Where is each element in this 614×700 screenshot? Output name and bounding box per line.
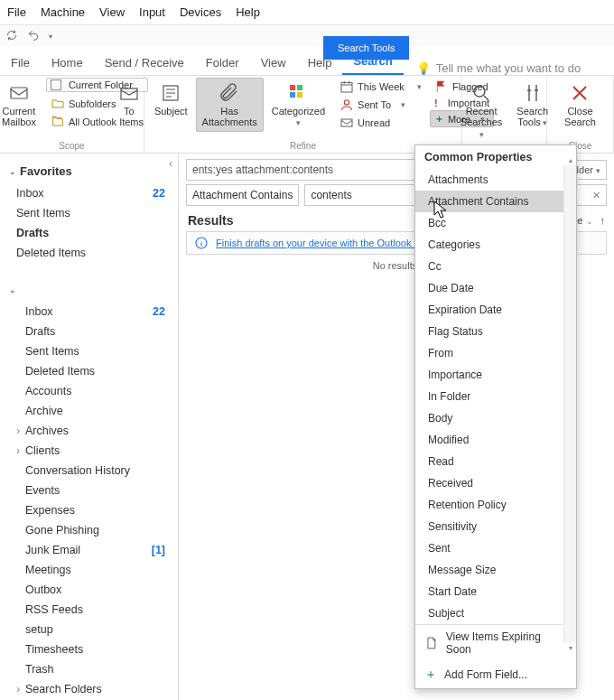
popup-property-item[interactable]: Attachment Contains (415, 191, 576, 212)
popup-property-item[interactable]: Due Date (415, 277, 576, 299)
popup-property-item[interactable]: Categories (415, 234, 576, 256)
unread-icon (340, 116, 354, 130)
nav-folder-item[interactable]: Deleted Items (0, 361, 178, 381)
account-header[interactable]: ⌄ (0, 277, 178, 302)
popup-property-item[interactable]: Subject (415, 602, 576, 624)
popup-property-item[interactable]: Received (415, 472, 576, 494)
nav-favorite-item[interactable]: Sent Items (0, 203, 178, 223)
clear-filter-icon[interactable]: ✕ (592, 190, 600, 201)
chevron-down-icon: ⌄ (9, 167, 16, 176)
svg-rect-9 (341, 119, 352, 126)
nav-folder-item[interactable]: Junk Email[1] (0, 540, 178, 560)
popup-property-item[interactable]: Read (415, 451, 576, 472)
qat-dropdown-icon[interactable]: ▾ (49, 33, 52, 41)
quick-access-toolbar: ▾ (0, 25, 614, 47)
menu-help[interactable]: Help (236, 5, 260, 19)
nav-folder-item[interactable]: Timesheets (0, 639, 178, 659)
this-week-button[interactable]: This Week ▾ (335, 78, 426, 96)
results-title: Results (188, 213, 234, 228)
nav-folder-item[interactable]: Drafts (0, 322, 178, 341)
nav-folder-item[interactable]: Inbox22 (0, 302, 178, 322)
subject-button[interactable]: Subject (148, 78, 194, 121)
nav-favorite-item[interactable]: Deleted Items (0, 243, 178, 263)
menu-view[interactable]: View (99, 5, 125, 19)
popup-property-item[interactable]: From (415, 342, 576, 364)
recent-searches-button[interactable]: Recent Searches ▾ (454, 78, 508, 145)
popup-property-item[interactable]: Body (415, 407, 576, 429)
popup-property-item[interactable]: Attachments (415, 169, 576, 191)
tab-send-receive[interactable]: Send / Receive (94, 51, 195, 75)
nav-folder-item[interactable]: Outbox (0, 580, 178, 600)
ribbon-tabstrip: File Home Send / Receive Folder View Hel… (0, 47, 614, 76)
nav-folder-item[interactable]: Meetings (0, 560, 178, 580)
nav-folder-item[interactable]: Archive (0, 401, 178, 421)
popup-property-item[interactable]: Flag Status (415, 321, 576, 342)
menu-input[interactable]: Input (139, 5, 165, 19)
svg-rect-7 (341, 82, 352, 92)
group-label-refine: Refine (148, 141, 458, 153)
chevron-down-icon: ⌄ (9, 285, 16, 294)
popup-property-item[interactable]: Bcc (415, 212, 576, 234)
current-mailbox-button[interactable]: Current Mailbox (0, 78, 42, 132)
popup-property-item[interactable]: Sent (415, 537, 576, 559)
popup-scrollbar[interactable]: ▴ ▾ (563, 165, 576, 643)
menu-machine[interactable]: Machine (41, 5, 85, 19)
unread-button[interactable]: Unread (335, 114, 426, 132)
popup-property-item[interactable]: Sensitivity (415, 516, 576, 537)
tab-view[interactable]: View (250, 51, 297, 75)
nav-folder-item[interactable]: ›Clients (0, 441, 178, 461)
contextual-tab-search-tools: Search Tools (323, 36, 409, 60)
nav-folder-item[interactable]: Gone Phishing (0, 520, 178, 540)
nav-folder-item[interactable]: Trash (0, 659, 178, 679)
nav-folder-item[interactable]: Expenses (0, 500, 178, 520)
popup-property-item[interactable]: Modified (415, 429, 576, 451)
svg-rect-4 (297, 85, 302, 90)
nav-folder-item[interactable]: ›Archives (0, 421, 178, 441)
collapse-pane-icon[interactable]: ‹ (169, 157, 172, 170)
svg-rect-6 (297, 92, 302, 98)
envelope-to-icon (118, 82, 140, 104)
add-form-field-button[interactable]: ＋ Add Form Field... (415, 661, 576, 688)
undo-icon[interactable] (27, 29, 40, 44)
categorized-button[interactable]: Categorized▾ (265, 78, 331, 133)
plus-icon: ＋ (424, 667, 437, 683)
nav-favorite-item[interactable]: Drafts (0, 223, 178, 243)
view-items-expiring-button[interactable]: View Items Expiring Soon (415, 625, 576, 661)
person-icon (340, 98, 354, 112)
sent-to-button[interactable]: Sent To ▾ (335, 96, 426, 114)
sync-icon[interactable] (5, 29, 18, 44)
popup-property-item[interactable]: In Folder (415, 386, 576, 407)
popup-property-item[interactable]: Message Size (415, 559, 576, 581)
wrench-icon (522, 82, 544, 104)
calendar-icon (340, 79, 354, 94)
group-label-scope: Scope (4, 141, 140, 153)
nav-folder-item[interactable]: Events (0, 481, 178, 500)
nav-favorite-item[interactable]: Inbox22 (0, 183, 178, 203)
nav-folder-item[interactable]: RSS Feeds (0, 600, 178, 620)
sort-direction-button[interactable]: ↑ (600, 215, 606, 226)
tab-folder[interactable]: Folder (195, 51, 250, 75)
nav-folder-item[interactable]: Conversation History (0, 461, 178, 481)
nav-folder-item[interactable]: ›Search Folders (0, 679, 178, 699)
info-bar-link[interactable]: Finish drafts on your device with the Ou… (216, 238, 431, 248)
nav-folder-item[interactable]: Accounts (0, 381, 178, 401)
has-attachments-button[interactable]: Has Attachments (196, 78, 264, 132)
nav-folder-item[interactable]: setup (0, 620, 178, 639)
categories-icon (287, 82, 309, 104)
favorites-header[interactable]: ⌄ Favorites (0, 159, 178, 183)
flag-icon (434, 79, 449, 94)
popup-property-item[interactable]: Expiration Date (415, 299, 576, 321)
tell-me-box[interactable]: 💡 Tell me what you want to do (416, 61, 581, 75)
important-icon: ! (434, 98, 438, 108)
nav-folder-item[interactable]: Sent Items (0, 341, 178, 361)
tab-home[interactable]: Home (41, 51, 94, 75)
close-search-button[interactable]: Close Search (558, 78, 602, 132)
popup-property-item[interactable]: Start Date (415, 581, 576, 602)
menu-devices[interactable]: Devices (180, 5, 221, 19)
menu-file[interactable]: File (7, 5, 26, 19)
popup-property-item[interactable]: Cc (415, 256, 576, 277)
popup-property-item[interactable]: Retention Policy (415, 494, 576, 516)
tab-file[interactable]: File (0, 51, 41, 75)
to-button[interactable]: To (112, 78, 146, 121)
popup-property-item[interactable]: Importance (415, 364, 576, 386)
